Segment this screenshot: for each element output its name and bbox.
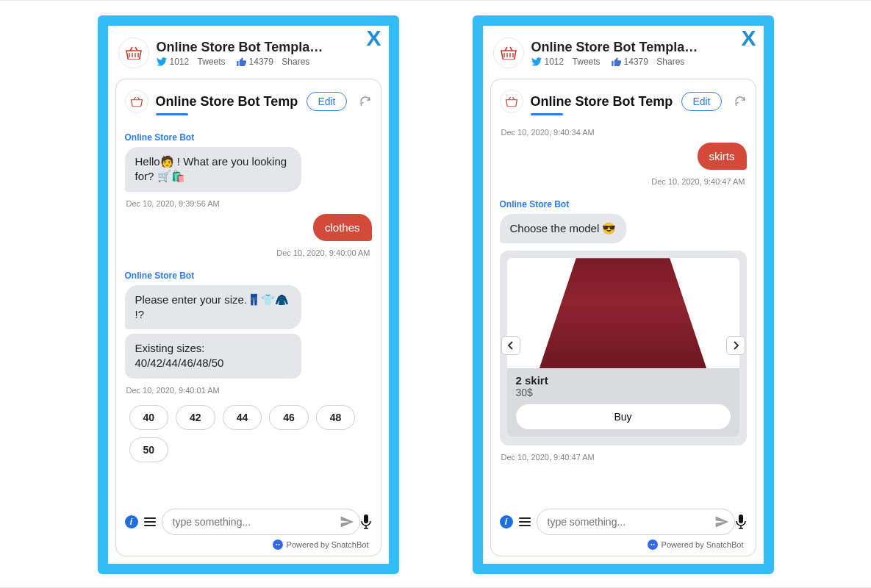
svg-point-5 [653,544,654,545]
snatchbot-icon [273,539,283,550]
refresh-icon[interactable] [734,95,747,108]
size-chip[interactable]: 46 [269,405,309,430]
tweets-stat: 1012 Tweets [157,57,226,67]
menu-icon[interactable] [519,517,531,526]
menu-icon[interactable] [144,517,156,526]
bot-message: Choose the model 😎 [500,214,627,243]
size-chip[interactable]: 44 [223,405,262,430]
bot-message: Please enter your size.👖👕🧥 !? [125,285,301,330]
twitter-icon [157,57,167,66]
powered-by: Powered by SnatchBot [116,538,381,556]
composer-row: i [491,501,756,538]
shares-stat: 14379 Shares [611,57,685,67]
card-avatar [500,90,523,113]
twitter-icon [531,57,542,66]
refresh-icon[interactable] [359,95,372,108]
timestamp: Dec 10, 2020, 9:39:56 AM [126,199,372,208]
product-carousel: 2 skirt 30$ Buy [500,251,747,445]
card-title: Online Store Bot Temp [156,94,300,110]
message-input[interactable] [162,509,360,535]
tweets-stat: 1012 Tweets [531,57,601,67]
timestamp: Dec 10, 2020, 9:40:01 AM [126,386,372,395]
basket-icon [505,96,518,107]
thumbs-up-icon [236,57,246,66]
snatchbot-icon [648,539,658,550]
info-icon[interactable]: i [500,515,513,528]
send-icon[interactable] [714,514,729,529]
svg-rect-0 [364,514,368,523]
shares-stat: 14379 Shares [236,57,310,67]
product-info: 2 skirt 30$ Buy [507,368,739,437]
timestamp: Dec 10, 2020, 9:40:00 AM [125,248,370,257]
bot-message: Hello🧑 ! What are you looking for? 🛒🛍️ [125,147,301,192]
chat-header: Online Store Bot Templa… 1012 Tweets 143… [483,26,764,73]
product-image [540,258,707,368]
bot-name-label: Online Store Bot [500,199,747,209]
product-title: 2 skirt [516,374,731,387]
powered-by: Powered by SnatchBot [491,538,756,556]
mic-icon[interactable] [735,514,747,529]
header-title: Online Store Bot Templa… [157,40,323,55]
close-icon[interactable]: X [366,27,381,49]
card-avatar [125,90,148,113]
mic-icon[interactable] [360,514,372,529]
buy-button[interactable]: Buy [516,404,731,429]
user-message: clothes [313,214,372,241]
svg-point-1 [276,544,277,545]
timestamp: Dec 10, 2020, 9:40:47 AM [501,453,747,462]
product-price: 30$ [516,387,731,398]
close-icon[interactable]: X [741,27,756,49]
user-message: skirts [698,143,747,170]
chat-window-left: X Online Store Bot Templa… 1012 Tweets 1… [98,15,399,574]
svg-rect-3 [739,514,743,523]
size-chips: 40 42 44 46 48 50 [125,405,372,462]
basket-icon [130,96,143,107]
chat-header: Online Store Bot Templa… 1012 Tweets 143… [108,26,389,73]
info-icon[interactable]: i [125,515,138,528]
edit-button[interactable]: Edit [307,92,346,111]
timestamp: Dec 10, 2020, 9:40:47 AM [500,177,745,186]
svg-point-2 [278,544,279,545]
size-chip[interactable]: 50 [129,437,169,462]
bot-name-label: Online Store Bot [125,270,372,281]
carousel-prev-button[interactable] [501,336,520,355]
message-input[interactable] [537,509,735,535]
composer-row: i [116,501,381,538]
bot-avatar [493,37,524,68]
header-title: Online Store Bot Templa… [531,40,698,55]
edit-button[interactable]: Edit [681,92,721,111]
basket-icon [125,46,143,60]
card-title: Online Store Bot Temp [531,94,675,110]
chat-window-right: X Online Store Bot Templa… 1012 Tweets 1… [473,15,774,574]
size-chip[interactable]: 48 [316,405,356,430]
bot-message: Existing sizes: 40/42/44/46/48/50 [125,334,301,379]
bot-avatar [118,37,149,68]
size-chip[interactable]: 42 [176,405,215,430]
svg-point-4 [650,544,652,545]
size-chip[interactable]: 40 [129,405,169,430]
timestamp: Dec 10, 2020, 9:40:34 AM [501,128,747,137]
basket-icon [500,46,517,60]
chat-card: Online Store Bot Temp Edit Online Store … [115,79,381,556]
send-icon[interactable] [340,514,354,529]
chevron-left-icon [507,341,515,350]
chevron-right-icon [732,341,739,350]
bot-name-label: Online Store Bot [125,132,372,143]
carousel-next-button[interactable] [726,336,745,355]
chat-card: Online Store Bot Temp Edit Dec 10, 2020,… [490,79,756,556]
thumbs-up-icon [611,57,621,66]
